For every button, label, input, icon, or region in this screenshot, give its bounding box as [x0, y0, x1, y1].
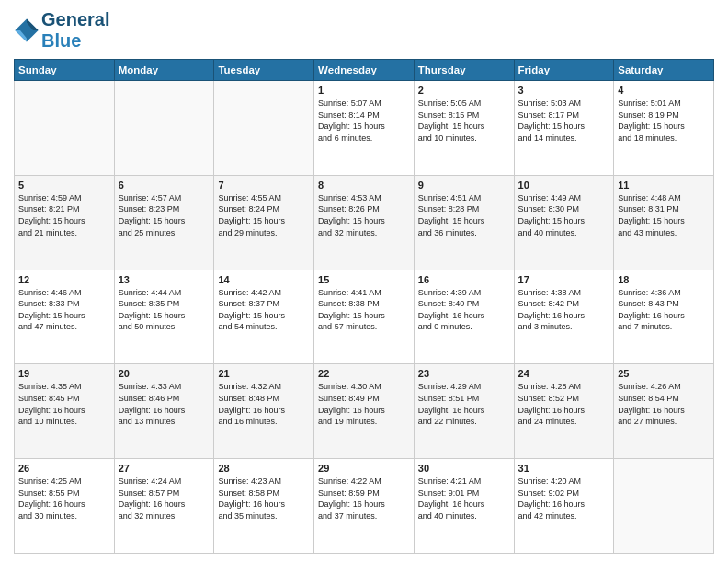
day-number: 1 [318, 85, 410, 96]
calendar-cell: 22Sunrise: 4:30 AM Sunset: 8:49 PM Dayli… [314, 364, 415, 459]
calendar-cell: 20Sunrise: 4:33 AM Sunset: 8:46 PM Dayli… [114, 364, 214, 459]
logo-text: General Blue [41, 9, 109, 52]
calendar-cell: 25Sunrise: 4:26 AM Sunset: 8:54 PM Dayli… [614, 364, 714, 459]
day-info: Sunrise: 4:25 AM Sunset: 8:55 PM Dayligh… [18, 476, 110, 522]
day-info: Sunrise: 4:20 AM Sunset: 9:02 PM Dayligh… [518, 476, 610, 522]
day-number: 18 [618, 274, 710, 285]
day-number: 25 [618, 368, 710, 379]
calendar-cell: 21Sunrise: 4:32 AM Sunset: 8:48 PM Dayli… [214, 364, 314, 459]
calendar-cell [15, 81, 115, 176]
calendar-cell: 13Sunrise: 4:44 AM Sunset: 8:35 PM Dayli… [114, 270, 214, 364]
calendar-week-row: 1Sunrise: 5:07 AM Sunset: 8:14 PM Daylig… [15, 81, 714, 176]
calendar-cell: 31Sunrise: 4:20 AM Sunset: 9:02 PM Dayli… [514, 459, 614, 554]
calendar-cell: 8Sunrise: 4:53 AM Sunset: 8:26 PM Daylig… [314, 175, 415, 270]
calendar-week-row: 26Sunrise: 4:25 AM Sunset: 8:55 PM Dayli… [15, 459, 714, 554]
day-info: Sunrise: 4:44 AM Sunset: 8:35 PM Dayligh… [119, 287, 210, 333]
calendar-cell: 30Sunrise: 4:21 AM Sunset: 9:01 PM Dayli… [414, 459, 514, 554]
day-info: Sunrise: 4:26 AM Sunset: 8:54 PM Dayligh… [618, 381, 710, 427]
day-number: 15 [318, 274, 410, 285]
calendar-cell: 1Sunrise: 5:07 AM Sunset: 8:14 PM Daylig… [314, 81, 415, 176]
day-info: Sunrise: 4:51 AM Sunset: 8:28 PM Dayligh… [418, 192, 510, 238]
day-number: 16 [418, 274, 510, 285]
calendar-cell [114, 81, 214, 176]
calendar-cell: 24Sunrise: 4:28 AM Sunset: 8:52 PM Dayli… [514, 364, 614, 459]
calendar-cell: 29Sunrise: 4:22 AM Sunset: 8:59 PM Dayli… [314, 459, 415, 554]
calendar-cell: 15Sunrise: 4:41 AM Sunset: 8:38 PM Dayli… [314, 270, 415, 364]
day-info: Sunrise: 4:39 AM Sunset: 8:40 PM Dayligh… [418, 287, 510, 333]
day-info: Sunrise: 4:29 AM Sunset: 8:51 PM Dayligh… [418, 381, 510, 427]
day-info: Sunrise: 4:24 AM Sunset: 8:57 PM Dayligh… [119, 476, 210, 522]
day-number: 7 [218, 179, 310, 190]
calendar-cell: 17Sunrise: 4:38 AM Sunset: 8:42 PM Dayli… [514, 270, 614, 364]
day-header-tuesday: Tuesday [214, 60, 314, 81]
day-number: 8 [318, 179, 410, 190]
day-info: Sunrise: 4:55 AM Sunset: 8:24 PM Dayligh… [218, 192, 310, 238]
day-info: Sunrise: 4:33 AM Sunset: 8:46 PM Dayligh… [119, 381, 210, 427]
calendar-cell: 28Sunrise: 4:23 AM Sunset: 8:58 PM Dayli… [214, 459, 314, 554]
day-info: Sunrise: 4:30 AM Sunset: 8:49 PM Dayligh… [318, 381, 410, 427]
day-number: 13 [119, 274, 210, 285]
day-header-wednesday: Wednesday [314, 60, 415, 81]
calendar-week-row: 12Sunrise: 4:46 AM Sunset: 8:33 PM Dayli… [15, 270, 714, 364]
day-header-friday: Friday [514, 60, 614, 81]
day-info: Sunrise: 5:03 AM Sunset: 8:17 PM Dayligh… [518, 98, 610, 144]
day-info: Sunrise: 4:48 AM Sunset: 8:31 PM Dayligh… [618, 192, 710, 238]
day-number: 3 [518, 85, 610, 96]
day-number: 20 [119, 368, 210, 379]
calendar-cell: 23Sunrise: 4:29 AM Sunset: 8:51 PM Dayli… [414, 364, 514, 459]
day-header-saturday: Saturday [614, 60, 714, 81]
day-info: Sunrise: 4:42 AM Sunset: 8:37 PM Dayligh… [218, 287, 310, 333]
calendar-cell: 4Sunrise: 5:01 AM Sunset: 8:19 PM Daylig… [614, 81, 714, 176]
day-header-thursday: Thursday [414, 60, 514, 81]
calendar-cell: 3Sunrise: 5:03 AM Sunset: 8:17 PM Daylig… [514, 81, 614, 176]
day-number: 21 [218, 368, 310, 379]
day-number: 30 [418, 463, 510, 474]
day-number: 12 [18, 274, 110, 285]
day-number: 19 [18, 368, 110, 379]
day-number: 28 [218, 463, 310, 474]
calendar-cell: 16Sunrise: 4:39 AM Sunset: 8:40 PM Dayli… [414, 270, 514, 364]
day-info: Sunrise: 4:59 AM Sunset: 8:21 PM Dayligh… [18, 192, 110, 238]
day-header-sunday: Sunday [15, 60, 115, 81]
day-number: 27 [119, 463, 210, 474]
calendar-cell: 6Sunrise: 4:57 AM Sunset: 8:23 PM Daylig… [114, 175, 214, 270]
calendar-cell: 14Sunrise: 4:42 AM Sunset: 8:37 PM Dayli… [214, 270, 314, 364]
calendar-cell: 7Sunrise: 4:55 AM Sunset: 8:24 PM Daylig… [214, 175, 314, 270]
day-info: Sunrise: 5:07 AM Sunset: 8:14 PM Dayligh… [318, 98, 410, 144]
calendar-cell: 12Sunrise: 4:46 AM Sunset: 8:33 PM Dayli… [15, 270, 115, 364]
day-number: 4 [618, 85, 710, 96]
calendar-cell: 2Sunrise: 5:05 AM Sunset: 8:15 PM Daylig… [414, 81, 514, 176]
calendar-week-row: 19Sunrise: 4:35 AM Sunset: 8:45 PM Dayli… [15, 364, 714, 459]
calendar-cell [614, 459, 714, 554]
day-number: 26 [18, 463, 110, 474]
calendar-cell: 27Sunrise: 4:24 AM Sunset: 8:57 PM Dayli… [114, 459, 214, 554]
day-number: 6 [119, 179, 210, 190]
calendar-cell [214, 81, 314, 176]
day-info: Sunrise: 4:23 AM Sunset: 8:58 PM Dayligh… [218, 476, 310, 522]
day-number: 17 [518, 274, 610, 285]
calendar-cell: 5Sunrise: 4:59 AM Sunset: 8:21 PM Daylig… [15, 175, 115, 270]
day-info: Sunrise: 4:22 AM Sunset: 8:59 PM Dayligh… [318, 476, 410, 522]
day-info: Sunrise: 4:38 AM Sunset: 8:42 PM Dayligh… [518, 287, 610, 333]
day-info: Sunrise: 4:53 AM Sunset: 8:26 PM Dayligh… [318, 192, 410, 238]
calendar-cell: 9Sunrise: 4:51 AM Sunset: 8:28 PM Daylig… [414, 175, 514, 270]
day-info: Sunrise: 4:32 AM Sunset: 8:48 PM Dayligh… [218, 381, 310, 427]
day-info: Sunrise: 5:01 AM Sunset: 8:19 PM Dayligh… [618, 98, 710, 144]
day-info: Sunrise: 4:46 AM Sunset: 8:33 PM Dayligh… [18, 287, 110, 333]
day-info: Sunrise: 5:05 AM Sunset: 8:15 PM Dayligh… [418, 98, 510, 144]
day-info: Sunrise: 4:36 AM Sunset: 8:43 PM Dayligh… [618, 287, 710, 333]
day-number: 31 [518, 463, 610, 474]
day-info: Sunrise: 4:21 AM Sunset: 9:01 PM Dayligh… [418, 476, 510, 522]
day-number: 2 [418, 85, 510, 96]
calendar-week-row: 5Sunrise: 4:59 AM Sunset: 8:21 PM Daylig… [15, 175, 714, 270]
day-info: Sunrise: 4:41 AM Sunset: 8:38 PM Dayligh… [318, 287, 410, 333]
calendar-cell: 10Sunrise: 4:49 AM Sunset: 8:30 PM Dayli… [514, 175, 614, 270]
calendar-cell: 11Sunrise: 4:48 AM Sunset: 8:31 PM Dayli… [614, 175, 714, 270]
day-header-monday: Monday [114, 60, 214, 81]
logo-icon [14, 17, 40, 43]
day-info: Sunrise: 4:28 AM Sunset: 8:52 PM Dayligh… [518, 381, 610, 427]
day-number: 10 [518, 179, 610, 190]
day-number: 5 [18, 179, 110, 190]
day-number: 11 [618, 179, 710, 190]
day-number: 24 [518, 368, 610, 379]
